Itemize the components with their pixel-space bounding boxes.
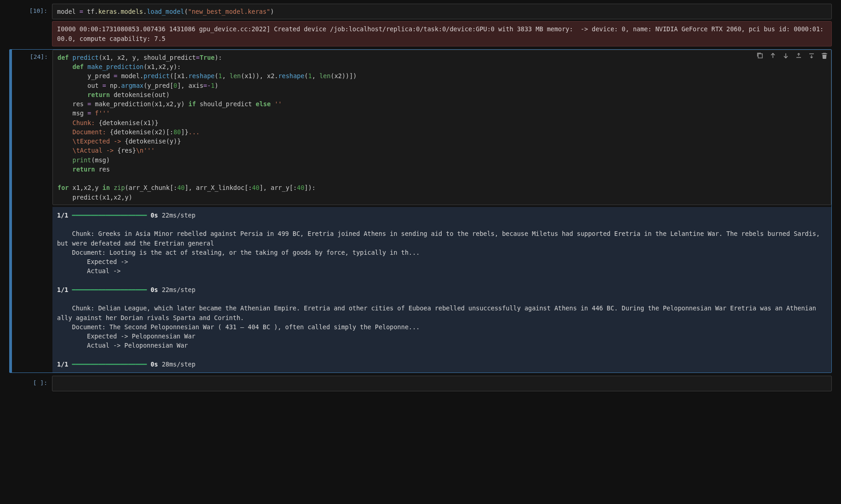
move-up-icon[interactable] — [769, 52, 777, 59]
svg-rect-0 — [758, 54, 762, 58]
cell-24: [24]: def predict(x1, x2, y, should_pred… — [9, 49, 832, 373]
code-input[interactable] — [52, 376, 832, 391]
code-input[interactable]: model = tf.keras.models.load_model("new_… — [52, 4, 832, 19]
cell-prompt: [10]: — [12, 4, 52, 46]
cell-prompt: [ ]: — [12, 376, 52, 391]
stderr-output: I0000 00:00:1731080853.007436 1431086 gp… — [52, 21, 832, 46]
code-input[interactable]: def predict(x1, x2, y, should_predict=Tr… — [52, 50, 831, 205]
cell-toolbar — [756, 52, 828, 59]
move-down-icon[interactable] — [782, 52, 789, 59]
cell-prompt: [24]: — [12, 50, 52, 372]
insert-below-icon[interactable] — [808, 52, 815, 59]
stdout-output: 1/1 ━━━━━━━━━━━━━━━━━━━━ 0s 22ms/step Ch… — [52, 207, 831, 372]
insert-above-icon[interactable] — [795, 52, 802, 59]
delete-icon[interactable] — [821, 52, 828, 59]
duplicate-icon[interactable] — [756, 52, 764, 59]
cell-empty: [ ]: — [9, 376, 832, 391]
cell-10: [10]: model = tf.keras.models.load_model… — [9, 4, 832, 46]
